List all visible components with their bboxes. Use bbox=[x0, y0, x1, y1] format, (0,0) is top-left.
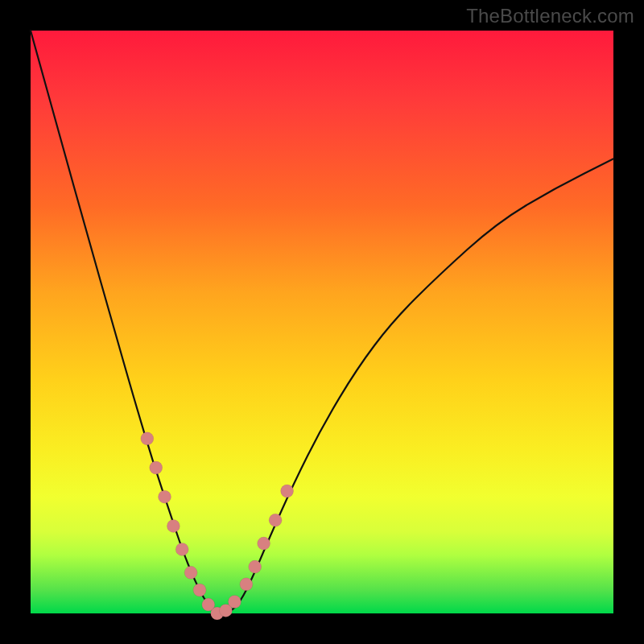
bottleneck-curve bbox=[31, 31, 613, 613]
plot-area bbox=[31, 31, 613, 613]
marker-point bbox=[150, 461, 163, 474]
marker-point bbox=[240, 578, 253, 591]
curve-layer bbox=[31, 31, 613, 613]
marker-point bbox=[193, 584, 206, 597]
marker-point bbox=[167, 519, 180, 532]
marker-point bbox=[281, 485, 294, 497]
marker-point bbox=[184, 566, 197, 579]
marker-point bbox=[258, 537, 270, 550]
marker-point bbox=[249, 560, 262, 573]
marker-point bbox=[269, 514, 282, 526]
watermark-text: TheBottleneck.com bbox=[466, 5, 634, 27]
marker-point bbox=[175, 543, 188, 555]
marker-point bbox=[228, 596, 241, 609]
marker-point bbox=[159, 490, 171, 503]
chart-stage: TheBottleneck.com bbox=[0, 0, 644, 644]
marker-point bbox=[141, 432, 154, 445]
marker-group bbox=[141, 432, 294, 620]
